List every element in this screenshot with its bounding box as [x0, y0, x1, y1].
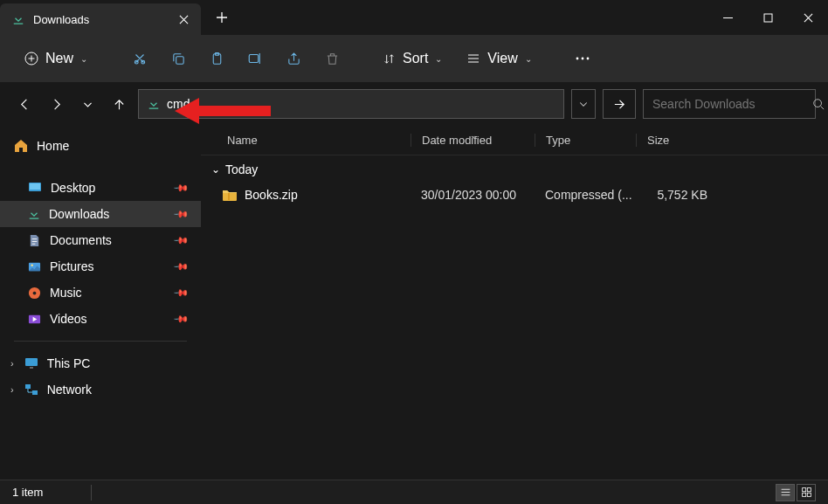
documents-icon: [28, 234, 41, 247]
chevron-down-icon: ⌄: [211, 163, 220, 176]
toolbar: New ⌄ Sort ⌄ View ⌄: [0, 35, 828, 82]
search-icon: [812, 98, 825, 110]
address-history-button[interactable]: [571, 89, 596, 119]
column-header-size[interactable]: Size: [636, 134, 723, 147]
status-bar: 1 item: [0, 480, 828, 504]
sidebar-item-documents[interactable]: Documents 📌: [0, 227, 201, 253]
maximize-button[interactable]: [748, 0, 788, 35]
more-button[interactable]: [567, 43, 598, 74]
pin-icon: 📌: [172, 258, 189, 274]
pin-icon: 📌: [172, 310, 189, 327]
svg-point-15: [33, 291, 37, 294]
svg-rect-2: [176, 56, 183, 64]
plus-circle-icon: [24, 52, 38, 66]
sidebar-label: Documents: [50, 233, 112, 247]
videos-icon: [28, 313, 41, 326]
close-window-button[interactable]: [788, 0, 828, 35]
pin-icon: 📌: [172, 179, 189, 196]
details-view-button[interactable]: [776, 484, 795, 501]
view-mode-buttons: [776, 484, 816, 501]
svg-rect-23: [807, 488, 811, 492]
chevron-right-icon: ›: [10, 358, 14, 369]
svg-point-7: [581, 58, 583, 60]
search-box[interactable]: [643, 89, 816, 119]
sidebar: Home Desktop 📌 Downloads 📌 Documents 📌: [0, 126, 201, 480]
new-button[interactable]: New ⌄: [14, 45, 98, 72]
column-header-name[interactable]: Name: [201, 134, 411, 147]
rename-button[interactable]: [239, 43, 271, 74]
sidebar-item-desktop[interactable]: Desktop 📌: [0, 175, 201, 201]
icons-view-button[interactable]: [797, 484, 816, 501]
chevron-down-icon: ⌄: [435, 54, 442, 64]
pin-icon: 📌: [172, 284, 189, 300]
forward-button[interactable]: [44, 92, 68, 116]
cut-button[interactable]: [124, 43, 155, 74]
sidebar-label: Videos: [50, 312, 87, 326]
group-header[interactable]: ⌄ Today: [201, 155, 828, 183]
sidebar-item-downloads[interactable]: Downloads 📌: [0, 201, 201, 227]
search-input[interactable]: [652, 97, 805, 111]
sort-indicator-icon: ⌄: [470, 131, 477, 140]
go-button[interactable]: [603, 89, 636, 119]
sidebar-label: Home: [37, 139, 69, 153]
svg-rect-21: [228, 193, 230, 200]
view-label: View: [487, 51, 517, 66]
file-size: 5,752 KB: [636, 188, 723, 202]
copy-button[interactable]: [162, 43, 194, 74]
up-button[interactable]: [107, 92, 131, 116]
zip-folder-icon: [222, 188, 238, 202]
sidebar-item-videos[interactable]: Videos 📌: [0, 306, 201, 332]
back-button[interactable]: [12, 92, 37, 116]
svg-point-9: [814, 100, 822, 107]
view-button[interactable]: View ⌄: [458, 45, 540, 72]
minimize-button[interactable]: [707, 0, 748, 35]
pin-icon: 📌: [172, 205, 189, 222]
file-list: Name ⌄ Date modified Type Size ⌄ Today B…: [201, 126, 828, 480]
delete-button[interactable]: [316, 43, 348, 74]
svg-rect-18: [30, 367, 33, 369]
share-button[interactable]: [278, 43, 309, 74]
sidebar-item-this-pc[interactable]: › This PC: [0, 350, 201, 376]
svg-rect-25: [807, 493, 811, 496]
file-name: Books.zip: [245, 188, 298, 202]
sidebar-item-pictures[interactable]: Pictures 📌: [0, 253, 201, 280]
svg-rect-17: [25, 358, 38, 366]
svg-rect-22: [802, 488, 805, 492]
pc-icon: [24, 356, 38, 370]
column-header-type[interactable]: Type: [535, 134, 636, 147]
pin-icon: 📌: [172, 231, 189, 248]
titlebar: Downloads: [0, 0, 828, 35]
download-icon: [12, 13, 24, 25]
file-row[interactable]: Books.zip 30/01/2023 00:00 Compressed (.…: [201, 183, 828, 206]
sidebar-label: Downloads: [49, 207, 109, 221]
chevron-right-icon: ›: [10, 384, 14, 395]
svg-rect-19: [25, 384, 31, 389]
download-icon: [148, 98, 160, 110]
svg-point-8: [586, 58, 589, 60]
tab-downloads[interactable]: Downloads: [0, 3, 201, 35]
sidebar-item-music[interactable]: Music 📌: [0, 280, 201, 306]
window-controls: [707, 0, 828, 35]
paste-button[interactable]: [201, 43, 232, 74]
svg-rect-5: [249, 55, 259, 63]
network-icon: [24, 383, 38, 397]
address-input[interactable]: [167, 97, 555, 111]
close-tab-icon[interactable]: [179, 15, 189, 24]
recent-button[interactable]: [75, 92, 100, 116]
sidebar-label: This PC: [47, 356, 91, 370]
address-bar[interactable]: [138, 89, 564, 119]
home-icon: [14, 139, 28, 153]
sidebar-label: Desktop: [51, 181, 95, 195]
download-icon: [28, 208, 40, 220]
add-tab-button[interactable]: [201, 0, 243, 35]
svg-rect-24: [802, 493, 805, 496]
address-row: [0, 82, 828, 126]
sort-icon: [383, 52, 396, 66]
sidebar-item-network[interactable]: › Network: [0, 376, 201, 403]
column-header-modified[interactable]: ⌄ Date modified: [411, 134, 535, 147]
sort-button[interactable]: Sort ⌄: [374, 45, 451, 72]
file-modified: 30/01/2023 00:00: [411, 188, 535, 202]
svg-rect-0: [764, 14, 772, 22]
sidebar-item-home[interactable]: Home: [0, 133, 201, 159]
svg-point-6: [576, 58, 578, 60]
